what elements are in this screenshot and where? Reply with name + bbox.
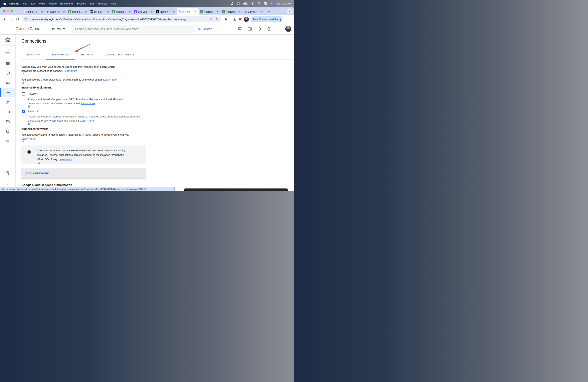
menubar-item-history[interactable]: History <box>48 2 57 5</box>
sidebar-item-connections[interactable] <box>0 88 15 97</box>
account-avatar[interactable] <box>285 26 291 32</box>
gemini-feedback-icon[interactable] <box>237 25 244 32</box>
battery-icon[interactable] <box>243 2 248 5</box>
spotlight-search-icon[interactable] <box>258 2 260 5</box>
tab-close-icon[interactable]: × <box>150 10 153 13</box>
sidebar-item-users[interactable] <box>0 98 15 107</box>
hamburger-menu-icon[interactable] <box>5 26 12 32</box>
zoom-icon[interactable] <box>209 17 214 22</box>
tab-summary[interactable]: SUMMARY <box>21 50 45 60</box>
menubar-item-chrome[interactable]: Chrome <box>9 2 19 5</box>
external-link-icon <box>22 73 24 75</box>
intro-paragraph: Choose how you want your source to conne… <box>21 65 126 75</box>
cloud-sql-logo[interactable] <box>0 35 15 46</box>
browser-tab[interactable]: XHome /× <box>155 9 177 15</box>
menubar-item-window[interactable]: Window <box>97 2 107 5</box>
private-ip-label[interactable]: Private IP <box>28 92 40 95</box>
external-link-icon <box>28 123 30 125</box>
public-ip-label[interactable]: Public IP <box>28 110 38 113</box>
gcp-search-bar[interactable]: Search (/) for resources, docs, products… <box>72 25 216 33</box>
authorized-networks-heading: Authorized networks <box>21 127 48 130</box>
sidebar-item-overview[interactable] <box>0 59 15 68</box>
tab-close-icon[interactable]: × <box>63 10 65 13</box>
connections-icon <box>5 90 10 95</box>
tab-close-icon[interactable]: × <box>194 10 197 13</box>
browser-tab[interactable]: MInbox (5× <box>23 9 45 15</box>
site-settings-icon[interactable] <box>23 17 28 22</box>
tab-close-icon[interactable]: × <box>128 10 131 13</box>
tab-close-icon[interactable]: × <box>106 10 109 13</box>
public-ip-checkbox[interactable] <box>22 110 25 113</box>
apple-logo-icon[interactable] <box>3 2 6 5</box>
sidebar-item-query-insights[interactable] <box>0 78 15 87</box>
sidebar-item-replicas[interactable] <box>0 127 15 136</box>
url-text[interactable]: console.cloud.google.com/sql/instances/s… <box>30 18 209 21</box>
notifications-bell-icon[interactable] <box>256 25 263 32</box>
menubar-item-edit[interactable]: Edit <box>31 2 35 5</box>
address-bar[interactable]: console.cloud.google.com/sql/instances/s… <box>22 16 221 22</box>
browser-tab[interactable]: PPeerdb L× <box>221 9 243 15</box>
browser-tab[interactable]: DLog Expl× <box>133 9 155 15</box>
sidebar-item-system-insights[interactable] <box>0 68 15 78</box>
window-zoom-button[interactable] <box>11 10 13 12</box>
chrome-update-button[interactable]: New Chrome available <box>251 16 283 22</box>
bookmark-star-icon[interactable] <box>214 17 219 22</box>
browser-tab[interactable]: PConferen× <box>45 9 67 15</box>
sidebar-item-operations[interactable] <box>0 137 15 146</box>
add-network-button[interactable]: ADD A NETWORK <box>21 169 146 179</box>
learn-more-link[interactable]: Learn more <box>21 137 129 143</box>
tab-close-icon[interactable]: × <box>238 10 241 13</box>
operations-icon <box>5 139 10 144</box>
sidebar-item-backups[interactable] <box>0 117 15 127</box>
menubar-item-profiles[interactable]: Profiles <box>77 2 86 5</box>
back-button[interactable] <box>2 16 8 22</box>
project-selector[interactable]: test <box>49 25 68 33</box>
download-icon[interactable] <box>231 16 238 22</box>
tab-close-icon[interactable]: × <box>216 10 219 13</box>
forward-button[interactable] <box>8 16 14 22</box>
window-minimize-button[interactable] <box>7 10 9 12</box>
browser-tab-active[interactable]: sai-peer× <box>177 8 199 15</box>
siri-icon[interactable] <box>270 2 273 5</box>
tab-close-icon[interactable]: × <box>84 10 87 13</box>
wifi-icon[interactable] <box>251 2 254 5</box>
tab-close-icon[interactable]: × <box>172 10 175 13</box>
control-center-icon[interactable] <box>264 2 267 5</box>
menubar-item-view[interactable]: View <box>39 2 45 5</box>
browser-profile-avatar[interactable] <box>244 17 249 22</box>
window-close-button[interactable] <box>3 10 5 12</box>
browser-tab[interactable]: PPeerdb U× <box>67 9 89 15</box>
search-button[interactable]: Search <box>194 25 216 33</box>
browser-tab[interactable]: PPeerdb L× <box>111 9 133 15</box>
overview-icon <box>5 61 10 66</box>
tab-close-icon[interactable]: × <box>41 10 43 13</box>
more-vert-icon[interactable] <box>275 25 283 32</box>
tab-security[interactable]: SECURITY <box>75 50 99 60</box>
browser-tab[interactable]: DADAIS24× <box>89 9 111 15</box>
tab-networking[interactable]: NETWORKING <box>46 50 75 60</box>
menubar-item-bookmarks[interactable]: Bookmarks <box>60 2 74 5</box>
side-panel-icon[interactable] <box>238 16 244 22</box>
menubar-clock[interactable]: Sat 1:22 PM <box>276 2 291 5</box>
help-icon[interactable]: ? <box>266 25 273 32</box>
tab-connectivity-tests[interactable]: CONNECTIVITY TESTS <box>100 50 140 60</box>
browser-tab[interactable]: PPeerdb (× <box>199 9 221 15</box>
sidebar-item-release-notes[interactable] <box>0 169 15 178</box>
private-ip-checkbox[interactable] <box>22 92 25 95</box>
menubar-item-help[interactable]: Help <box>110 2 116 5</box>
extensions-icon[interactable] <box>223 16 229 22</box>
reload-button[interactable] <box>14 16 21 22</box>
page-title: Connections <box>21 39 46 44</box>
browser-tab[interactable]: Editing "× <box>243 9 265 15</box>
stats-blocks-icon[interactable] <box>231 2 233 5</box>
sidebar-item-databases[interactable] <box>0 107 15 117</box>
tab-search-button[interactable] <box>287 9 292 14</box>
triangle-app-icon[interactable] <box>237 2 240 5</box>
menubar-item-tab[interactable]: Tab <box>90 2 94 5</box>
menubar-item-file[interactable]: File <box>23 2 27 5</box>
cloud-shell-icon[interactable] <box>246 25 253 32</box>
new-tab-button[interactable]: + <box>266 9 272 14</box>
tab-close-icon[interactable]: × <box>260 10 263 13</box>
cloud-sql-sidebar: PRIM... <box>0 35 16 191</box>
google-cloud-logo[interactable]: Google Cloud <box>16 26 40 31</box>
